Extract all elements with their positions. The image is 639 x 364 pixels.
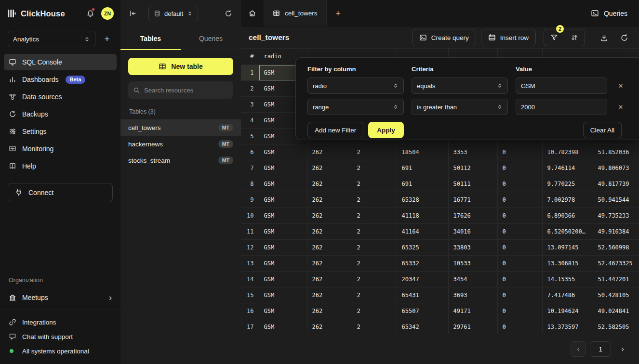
table-cell[interactable]: GSM: [259, 255, 307, 271]
table-cell[interactable]: GSM: [259, 176, 307, 192]
filter-criteria-select[interactable]: equals: [412, 78, 508, 94]
refresh-grid-button[interactable]: [616, 29, 632, 46]
table-cell[interactable]: GSM: [259, 144, 307, 160]
apply-filters-button[interactable]: Apply: [368, 122, 404, 138]
sidebar-item-data-sources[interactable]: Data sources: [4, 89, 117, 105]
table-cell[interactable]: 17626: [448, 208, 497, 223]
table-cell[interactable]: 49.735233: [593, 208, 639, 223]
table-cell[interactable]: 0: [497, 287, 542, 303]
table-cell[interactable]: GSM: [259, 303, 307, 319]
download-button[interactable]: [596, 29, 612, 46]
remove-filter-button[interactable]: ✕: [615, 101, 626, 113]
row-number-cell[interactable]: 13: [241, 255, 259, 271]
table-cell[interactable]: 0: [497, 271, 542, 287]
table-cell[interactable]: 0: [497, 192, 542, 208]
column-header[interactable]: #: [241, 49, 259, 65]
table-cell[interactable]: 49.806073: [593, 160, 639, 176]
table-cell[interactable]: 33803: [448, 239, 497, 255]
tab-queries[interactable]: Queries: [181, 27, 241, 50]
table-cell[interactable]: 262: [307, 144, 352, 160]
workspace-select[interactable]: Analytics: [8, 31, 95, 47]
table-cell[interactable]: 18504: [397, 144, 448, 160]
table-cell[interactable]: 0: [497, 160, 542, 176]
footer-item-integrations[interactable]: Integrations: [0, 315, 120, 329]
table-cell[interactable]: 49.916384: [593, 223, 639, 239]
connect-button[interactable]: Connect: [8, 183, 113, 202]
refresh-tables-button[interactable]: [222, 7, 235, 20]
table-cell[interactable]: 65342: [397, 319, 448, 334]
table-cell[interactable]: 10.782398: [542, 144, 593, 160]
list-item-stocks-stream[interactable]: stocks_stream MT: [120, 152, 241, 169]
sidebar-item-settings[interactable]: Settings: [4, 123, 117, 140]
filter-value-input[interactable]: [516, 99, 607, 115]
table-row[interactable]: 6GSM2622185043353010.78239851.852036: [241, 144, 639, 160]
row-number-cell[interactable]: 16: [241, 303, 259, 319]
row-number-cell[interactable]: 2: [241, 80, 259, 96]
next-page-button[interactable]: ›: [615, 341, 630, 357]
sidebar-item-dashboards[interactable]: Dashboards Beta: [4, 71, 117, 88]
table-cell[interactable]: 262: [307, 160, 352, 176]
table-cell[interactable]: 7.417486: [542, 287, 593, 303]
notifications-button[interactable]: [83, 7, 97, 20]
new-tab-button[interactable]: +: [327, 0, 350, 26]
row-number-cell[interactable]: 15: [241, 287, 259, 303]
row-number-cell[interactable]: 1: [241, 65, 259, 80]
table-cell[interactable]: 10533: [448, 255, 497, 271]
table-cell[interactable]: 3353: [448, 144, 497, 160]
row-number-cell[interactable]: 10: [241, 208, 259, 223]
collapse-panel-button[interactable]: [126, 7, 140, 20]
table-cell[interactable]: 0: [497, 303, 542, 319]
table-cell[interactable]: 9.746114: [542, 160, 593, 176]
table-cell[interactable]: 2: [352, 223, 397, 239]
tab-tables[interactable]: Tables: [120, 27, 181, 50]
add-workspace-button[interactable]: +: [100, 32, 114, 46]
table-cell[interactable]: 20347: [397, 271, 448, 287]
table-row[interactable]: 17GSM26226534229761013.37359752.582505: [241, 319, 639, 334]
table-cell[interactable]: 41164: [397, 223, 448, 239]
table-cell[interactable]: 65328: [397, 192, 448, 208]
table-cell[interactable]: 13.373597: [542, 319, 593, 334]
table-cell[interactable]: GSM: [259, 223, 307, 239]
table-cell[interactable]: 3454: [448, 271, 497, 287]
table-row[interactable]: 7GSM26226915011209.74611449.806073: [241, 160, 639, 176]
table-cell[interactable]: 0: [497, 319, 542, 334]
table-cell[interactable]: 0: [497, 144, 542, 160]
table-cell[interactable]: 262: [307, 319, 352, 334]
table-row[interactable]: 12GSM26226532533803013.09714552.560998: [241, 239, 639, 255]
row-number-cell[interactable]: 11: [241, 223, 259, 239]
table-cell[interactable]: 2: [352, 255, 397, 271]
clear-all-filters-button[interactable]: Clear All: [583, 122, 622, 138]
table-cell[interactable]: 2: [352, 192, 397, 208]
table-cell[interactable]: 2: [352, 176, 397, 192]
table-cell[interactable]: 51.852036: [593, 144, 639, 160]
table-cell[interactable]: 262: [307, 223, 352, 239]
sidebar-item-help[interactable]: Help: [4, 158, 117, 174]
table-row[interactable]: 14GSM2622203473454014.1535551.447201: [241, 271, 639, 287]
table-cell[interactable]: 34016: [448, 223, 497, 239]
table-cell[interactable]: 65431: [397, 287, 448, 303]
footer-item-chat-support[interactable]: Chat with support: [0, 329, 120, 344]
table-row[interactable]: 15GSM262265431369307.41748650.428105: [241, 287, 639, 303]
sort-button[interactable]: [564, 29, 585, 46]
table-cell[interactable]: 2: [352, 303, 397, 319]
table-cell[interactable]: 50112: [448, 160, 497, 176]
table-cell[interactable]: 691: [397, 160, 448, 176]
row-number-cell[interactable]: 4: [241, 112, 259, 128]
remove-filter-button[interactable]: ✕: [615, 80, 626, 91]
table-row[interactable]: 10GSM2622411181762606.89036649.735233: [241, 208, 639, 223]
sidebar-item-backups[interactable]: Backups: [4, 106, 117, 122]
filter-column-select[interactable]: radio: [307, 78, 404, 94]
row-number-cell[interactable]: 6: [241, 144, 259, 160]
sidebar-item-monitoring[interactable]: Monitoring: [4, 141, 117, 157]
table-cell[interactable]: 691: [397, 176, 448, 192]
row-number-cell[interactable]: 7: [241, 160, 259, 176]
table-cell[interactable]: 2: [352, 208, 397, 223]
table-cell[interactable]: GSM: [259, 239, 307, 255]
row-number-cell[interactable]: 5: [241, 128, 259, 144]
table-cell[interactable]: 0: [497, 223, 542, 239]
row-number-cell[interactable]: 9: [241, 192, 259, 208]
create-query-button[interactable]: Create query: [412, 29, 476, 46]
table-cell[interactable]: 65507: [397, 303, 448, 319]
table-cell[interactable]: 9.770225: [542, 176, 593, 192]
current-page[interactable]: 1: [590, 341, 611, 357]
